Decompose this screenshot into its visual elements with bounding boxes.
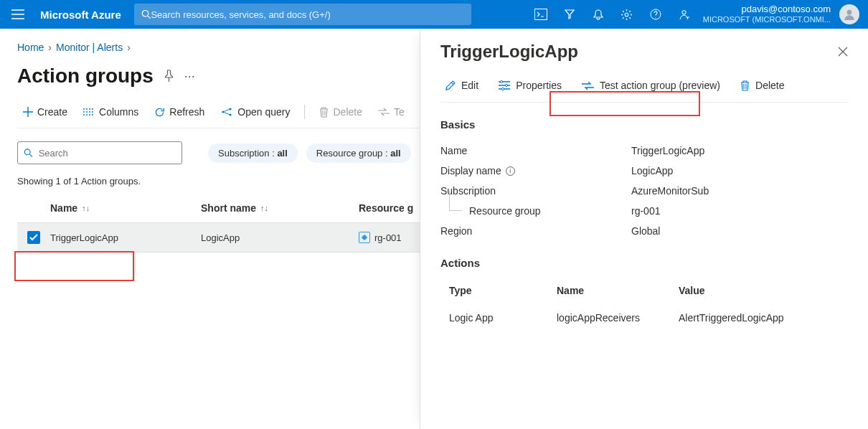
settings-icon[interactable] xyxy=(613,0,641,29)
label-name: Name xyxy=(440,145,631,156)
test-button-truncated[interactable]: Te xyxy=(372,103,410,121)
filter-subscription[interactable]: Subscription : all xyxy=(208,143,298,163)
cell-value: AlertTriggeredLogicApp xyxy=(679,312,839,324)
create-button[interactable]: Create xyxy=(17,103,73,121)
svg-point-0 xyxy=(142,10,148,16)
page-title: Action groups xyxy=(17,65,154,88)
label-sub: Subscription xyxy=(440,185,631,197)
edit-button[interactable]: Edit xyxy=(440,77,483,93)
columns-label: Columns xyxy=(99,106,138,118)
pin-icon[interactable] xyxy=(164,70,174,82)
value-region: Global xyxy=(631,225,660,237)
info-icon[interactable]: i xyxy=(506,166,515,176)
resource-group-icon xyxy=(359,232,370,243)
more-icon[interactable]: ··· xyxy=(184,69,195,84)
col-type: Type xyxy=(449,285,557,296)
separator xyxy=(304,105,305,119)
row-short: LogicApp xyxy=(201,232,240,243)
cell-name: logicAppReceivers xyxy=(557,312,679,324)
label-region: Region xyxy=(440,225,631,237)
columns-button[interactable]: Columns xyxy=(77,103,144,121)
te-label: Te xyxy=(394,106,405,118)
svg-point-13 xyxy=(506,84,508,86)
pane-title: TriggerLogicApp xyxy=(440,42,578,62)
svg-point-12 xyxy=(501,80,503,82)
svg-point-3 xyxy=(625,13,628,16)
sort-icon: ↑↓ xyxy=(82,204,90,212)
brand-label[interactable]: Microsoft Azure xyxy=(40,9,121,21)
value-sub: AzureMonitorSub xyxy=(631,185,709,197)
row-name: TriggerLogicApp xyxy=(50,232,118,243)
account-block[interactable]: pdavis@contoso.com MICROSOFT (MICROSOFT.… xyxy=(699,4,835,24)
create-label: Create xyxy=(37,106,67,118)
svg-point-14 xyxy=(502,88,504,90)
delete-button[interactable]: Delete xyxy=(313,103,367,121)
filter-resource-group[interactable]: Resource group : all xyxy=(306,143,411,163)
hamburger-icon[interactable] xyxy=(7,9,29,19)
details-pane: TriggerLogicApp Edit Properties Test act… xyxy=(420,29,868,429)
chevron-right-icon: › xyxy=(48,42,52,53)
actions-heading: Actions xyxy=(440,257,848,269)
highlight-row xyxy=(14,251,134,281)
search-input[interactable] xyxy=(39,148,176,159)
svg-point-5 xyxy=(682,10,686,14)
cell-type: Logic App xyxy=(449,312,557,324)
value-display: LogicApp xyxy=(631,165,673,176)
properties-button[interactable]: Properties xyxy=(494,77,566,93)
sort-icon: ↑↓ xyxy=(260,204,268,212)
actions-table: Type Name Value Logic App logicAppReceiv… xyxy=(440,279,848,334)
crumb-home[interactable]: Home xyxy=(17,42,44,53)
actions-row: Logic App logicAppReceivers AlertTrigger… xyxy=(440,302,848,334)
row-rg: rg-001 xyxy=(374,232,402,243)
feedback-icon[interactable] xyxy=(670,0,699,29)
basics-heading: Basics xyxy=(440,118,848,131)
pane-toolbar: Edit Properties Test action group (previ… xyxy=(440,77,848,103)
label-rg: Resource group xyxy=(440,205,631,217)
notifications-icon[interactable] xyxy=(584,0,613,29)
top-bar: Microsoft Azure pdavis@contoso.com MICRO… xyxy=(0,0,868,29)
svg-line-11 xyxy=(29,154,32,157)
global-search-input[interactable] xyxy=(151,9,463,20)
svg-point-8 xyxy=(230,108,232,110)
value-name: TriggerLogicApp xyxy=(631,145,704,156)
filter-icon[interactable] xyxy=(555,0,584,29)
open-query-label: Open query xyxy=(237,106,290,118)
value-rg: rg-001 xyxy=(631,205,660,217)
row-checkbox[interactable] xyxy=(27,231,40,244)
search-field[interactable] xyxy=(17,141,182,164)
col-header-name[interactable]: Name ↑↓ xyxy=(50,202,201,214)
close-icon[interactable] xyxy=(838,47,848,57)
chevron-right-icon: › xyxy=(127,42,131,53)
global-search[interactable] xyxy=(134,4,471,25)
col-value: Value xyxy=(679,285,839,296)
svg-point-7 xyxy=(222,110,225,113)
svg-line-1 xyxy=(148,16,151,19)
col-name: Name xyxy=(557,285,679,296)
help-icon[interactable] xyxy=(641,0,670,29)
label-display: Display namei xyxy=(440,165,631,176)
svg-rect-2 xyxy=(534,9,547,20)
svg-point-9 xyxy=(230,113,232,116)
test-action-group-button[interactable]: Test action group (preview) xyxy=(577,77,725,93)
crumb-monitor[interactable]: Monitor | Alerts xyxy=(56,42,123,53)
account-tenant: MICROSOFT (MICROSOFT.ONMI... xyxy=(703,14,831,24)
delete-label: Delete xyxy=(333,106,362,118)
refresh-button[interactable]: Refresh xyxy=(148,103,210,121)
avatar-icon[interactable] xyxy=(839,4,859,24)
cloud-shell-icon[interactable] xyxy=(527,0,555,29)
svg-point-6 xyxy=(847,10,852,15)
pane-delete-button[interactable]: Delete xyxy=(736,77,788,93)
col-header-short[interactable]: Short name ↑↓ xyxy=(201,202,359,214)
svg-point-10 xyxy=(24,149,30,155)
account-email: pdavis@contoso.com xyxy=(703,4,831,14)
open-query-button[interactable]: Open query xyxy=(214,103,296,121)
refresh-label: Refresh xyxy=(169,106,204,118)
